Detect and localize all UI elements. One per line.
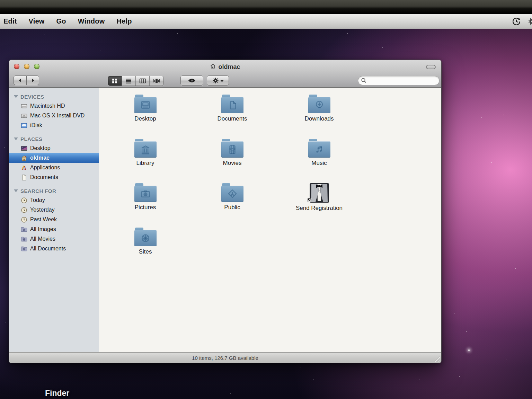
finder-window: oldmac [9,60,442,363]
folder-public-icon [221,183,243,202]
sidebar-item-label: Applications [30,165,60,171]
sidebar-item-label: Desktop [30,145,51,151]
hdd-icon [21,103,27,109]
search-input[interactable] [367,77,433,85]
sidebar-item-label: Macintosh HD [30,103,65,109]
file-icon-label: Movies [223,160,242,167]
file-icon-public[interactable]: Public [189,183,276,228]
folder-pictures-icon [134,183,157,202]
file-icon-pictures[interactable]: Pictures [102,183,189,228]
gear-icon [212,77,219,84]
sidebar-header-label: DEVICES [20,94,44,100]
applications-icon: A [21,165,27,171]
file-icon-movies[interactable]: Movies [189,139,276,183]
home-icon [21,155,27,161]
sidebar-section-devices: DEVICESMacintosh HDMac OS X Install DVDi… [9,92,99,130]
sidebar-item-mac-os-x-install-dvd[interactable]: Mac OS X Install DVD [9,111,99,121]
icon-view-button[interactable] [108,76,122,86]
status-bar: 10 items, 126.7 GB available [9,352,441,363]
disclosure-triangle-icon[interactable] [14,189,18,192]
file-icon-desktop[interactable]: Desktop [102,95,189,139]
time-machine-icon[interactable] [512,17,521,26]
sidebar-item-applications[interactable]: AApplications [9,163,99,172]
disclosure-triangle-icon[interactable] [14,95,18,98]
folder-documents-icon [221,95,243,113]
sidebar-item-all-images[interactable]: All Images [9,224,99,234]
back-button[interactable] [14,76,26,85]
sidebar-header-search-for[interactable]: SEARCH FOR [9,186,99,195]
sidebar-item-documents[interactable]: Documents [9,172,99,182]
sidebar-item-idisk[interactable]: iDisk [9,121,99,130]
smart-folder-icon [21,246,27,252]
tuxedo-icon [309,183,329,203]
disclosure-triangle-icon[interactable] [14,138,18,140]
toolbar-toggle-lozenge[interactable] [426,65,436,69]
sidebar-item-past-week[interactable]: Past Week [9,215,99,224]
dock-hover-label: Finder [45,389,69,398]
stars [0,29,1,30]
desktop: oldmac [0,29,532,399]
desktop-mini-icon [21,145,27,152]
sidebar-item-label: iDisk [30,122,42,128]
menu-items: EditViewGoWindowHelp [0,17,138,25]
folder-downloads-icon [308,95,330,113]
file-icon-label: Desktop [134,115,156,122]
sidebar-item-all-movies[interactable]: All Movies [9,234,99,244]
sidebar-item-all-documents[interactable]: All Documents [9,244,99,254]
file-icon-send-registration[interactable]: Send Registration [276,183,363,228]
file-icon-label: Pictures [135,204,156,211]
nav-buttons [14,76,39,85]
sidebar-item-yesterday[interactable]: Yesterday [9,205,99,215]
coverflow-view-button[interactable] [150,76,163,86]
sidebar-header-devices[interactable]: DEVICES [9,92,99,101]
sidebar-section-search-for: SEARCH FORTodayYesterdayPast WeekAll Ima… [9,186,99,254]
sidebar-item-label: All Images [30,226,56,232]
sidebar-item-desktop[interactable]: Desktop [9,143,99,153]
action-menu-button[interactable] [207,76,229,86]
menu-item-help[interactable]: Help [110,17,138,25]
window-chrome[interactable]: oldmac [9,60,441,88]
status-text: 10 items, 126.7 GB available [192,355,258,361]
sidebar-item-oldmac[interactable]: oldmac [9,153,99,163]
view-mode-switcher [108,76,164,86]
file-icon-label: Music [311,160,327,167]
screen-bezel [0,0,532,14]
forward-button[interactable] [26,76,39,85]
quick-look-button[interactable] [180,76,203,86]
file-icon-music[interactable]: Music [276,139,363,183]
clock-icon [21,216,27,223]
sidebar-item-label: Yesterday [30,207,55,213]
bright-star [468,349,470,351]
file-view: DesktopDocumentsDownloadsLibraryMoviesMu… [99,88,441,352]
sidebar-item-label: Today [30,197,45,203]
folder-desktop-icon [134,95,157,113]
list-view-button[interactable] [122,76,136,86]
idisk-icon [21,122,27,129]
eye-icon [187,78,196,83]
folder-library-icon [134,139,157,158]
file-icon-label: Documents [218,115,247,122]
home-icon [210,63,216,70]
folder-sites-icon [134,228,157,246]
menu-item-window[interactable]: Window [72,17,111,25]
file-icon-downloads[interactable]: Downloads [276,95,363,139]
menu-status-icons [512,14,532,29]
sidebar-header-label: PLACES [20,136,42,142]
menu-item-go[interactable]: Go [51,17,72,25]
resize-grip[interactable] [434,356,440,362]
smart-folder-icon [21,236,27,242]
menu-item-edit[interactable]: Edit [3,17,23,25]
file-icon-label: Public [224,204,240,211]
column-view-button[interactable] [136,76,150,86]
sidebar-item-macintosh-hd[interactable]: Macintosh HD [9,101,99,111]
sidebar-item-today[interactable]: Today [9,195,99,205]
clock-icon [21,197,27,204]
file-icon-documents[interactable]: Documents [189,95,276,139]
sidebar-item-label: Documents [30,174,58,180]
file-icon-library[interactable]: Library [102,139,189,183]
menu-item-view[interactable]: View [23,17,51,25]
sidebar-header-places[interactable]: PLACES [9,134,99,143]
file-icon-label: Downloads [304,115,334,122]
bluetooth-icon[interactable] [526,17,532,26]
file-icon-sites[interactable]: Sites [102,228,189,272]
